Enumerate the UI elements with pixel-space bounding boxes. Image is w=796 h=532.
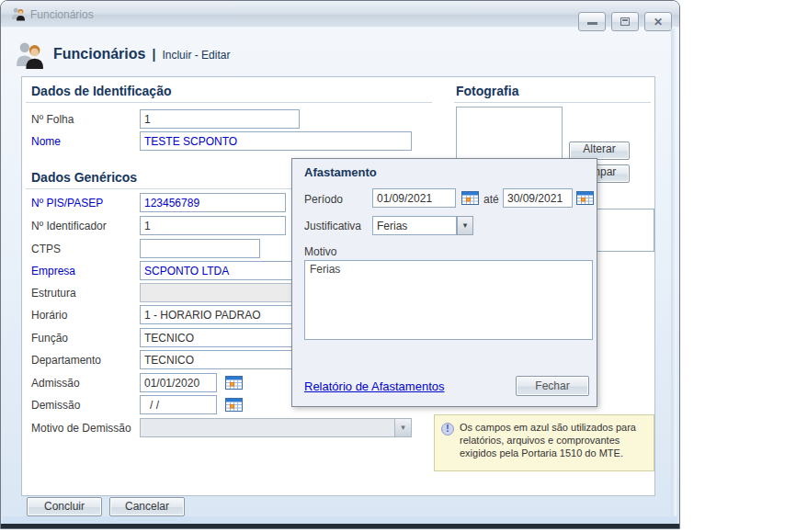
departamento-label: Departamento xyxy=(31,354,140,367)
ctps-input[interactable] xyxy=(140,239,260,258)
identificador-label: Nº Identificador xyxy=(31,220,140,232)
chevron-down-icon: ▾ xyxy=(394,419,411,436)
pis-label: Nº PIS/PASEP xyxy=(31,197,140,209)
window-title: Funcionários xyxy=(30,8,94,21)
field-row-ctps: CTPS xyxy=(31,239,260,258)
info-icon: ! xyxy=(441,423,454,436)
field-row-pis: Nº PIS/PASEP xyxy=(31,193,286,212)
alterar-button[interactable]: Alterar xyxy=(569,141,630,160)
window-bottom-border xyxy=(1,524,679,528)
maximize-button[interactable] xyxy=(611,12,639,31)
admissao-label: Admissão xyxy=(31,377,140,390)
fechar-button[interactable]: Fechar xyxy=(516,376,589,396)
justificativa-input[interactable] xyxy=(372,216,457,235)
footer-strip xyxy=(3,516,677,524)
rule xyxy=(26,102,432,103)
header-separator: | xyxy=(152,47,155,62)
motivo-demissao-label: Motivo de Demissão xyxy=(31,422,140,435)
section-genericos-title: Dados Genéricos xyxy=(31,170,137,185)
chevron-down-icon[interactable]: ▾ xyxy=(457,216,473,235)
window-right-edge xyxy=(671,28,677,516)
periodo-fim-input[interactable] xyxy=(503,188,573,208)
periodo-inicio-input[interactable] xyxy=(372,188,456,208)
minimize-icon xyxy=(587,22,597,25)
section-identificacao-title: Dados de Identificação xyxy=(31,84,171,98)
relatorio-afastamentos-link[interactable]: Relatório de Afastamentos xyxy=(304,379,444,393)
concluir-button[interactable]: Concluir xyxy=(27,497,102,516)
calendar-icon[interactable] xyxy=(225,376,243,390)
field-row-folha: Nº Folha xyxy=(31,109,300,129)
dialog-title: Afastamento xyxy=(304,165,377,179)
page-header: Funcionários | Incluir - Editar xyxy=(53,46,230,62)
folha-label: Nº Folha xyxy=(31,113,140,126)
demissao-label: Demissão xyxy=(31,399,140,412)
rule xyxy=(454,102,651,103)
screen: Funcionários ✕ Funcionários | Incluir - … xyxy=(0,0,796,532)
pis-input[interactable] xyxy=(140,193,286,212)
info-text: Os campos em azul são utilizados para re… xyxy=(460,422,636,458)
field-row-admissao: Admissão xyxy=(31,373,243,392)
periodo-label: Período xyxy=(304,193,343,206)
section-fotografia-title: Fotografia xyxy=(456,84,518,98)
app-people-icon xyxy=(11,6,26,21)
field-row-demissao: Demissão xyxy=(31,395,243,414)
calendar-icon[interactable] xyxy=(461,191,479,205)
minimize-button[interactable] xyxy=(578,12,606,31)
estrutura-label: Estrutura xyxy=(31,287,140,300)
field-row-motivo-demissao: Motivo de Demissão ▾ xyxy=(31,418,412,437)
horario-label: Horário xyxy=(31,309,140,322)
info-box: ! Os campos em azul são utilizados para … xyxy=(434,414,654,471)
motivo-demissao-select: ▾ xyxy=(140,418,412,437)
afastamento-dialog: Afastamento Período até Justificativa ▾ xyxy=(291,158,597,407)
justificativa-label: Justificativa xyxy=(304,220,361,232)
titlebar[interactable]: Funcionários ✕ xyxy=(1,1,679,28)
motivo-textarea[interactable]: Ferias xyxy=(304,260,593,340)
close-button[interactable]: ✕ xyxy=(644,12,672,31)
close-icon: ✕ xyxy=(654,17,663,28)
nome-input[interactable] xyxy=(140,131,412,151)
field-row-identificador: Nº Identificador xyxy=(31,216,286,235)
window-controls: ✕ xyxy=(578,12,672,31)
admissao-input[interactable] xyxy=(140,373,217,392)
cancelar-button[interactable]: Cancelar xyxy=(109,497,185,516)
maximize-icon xyxy=(620,17,630,26)
ctps-label: CTPS xyxy=(31,243,140,255)
field-row-nome: Nome xyxy=(31,131,412,151)
page-title: Funcionários xyxy=(53,46,145,62)
funcao-label: Função xyxy=(31,332,140,345)
calendar-icon[interactable] xyxy=(225,398,243,412)
calendar-icon[interactable] xyxy=(576,191,594,205)
demissao-input[interactable] xyxy=(140,395,217,414)
page-subtitle: Incluir - Editar xyxy=(162,49,230,62)
motivo-label: Motivo xyxy=(304,245,336,258)
ate-label: até xyxy=(483,193,499,206)
empresa-label: Empresa xyxy=(31,265,140,277)
nome-label: Nome xyxy=(31,135,140,148)
identificador-input[interactable] xyxy=(140,216,286,235)
people-icon xyxy=(15,40,45,70)
folha-input[interactable] xyxy=(140,109,300,129)
